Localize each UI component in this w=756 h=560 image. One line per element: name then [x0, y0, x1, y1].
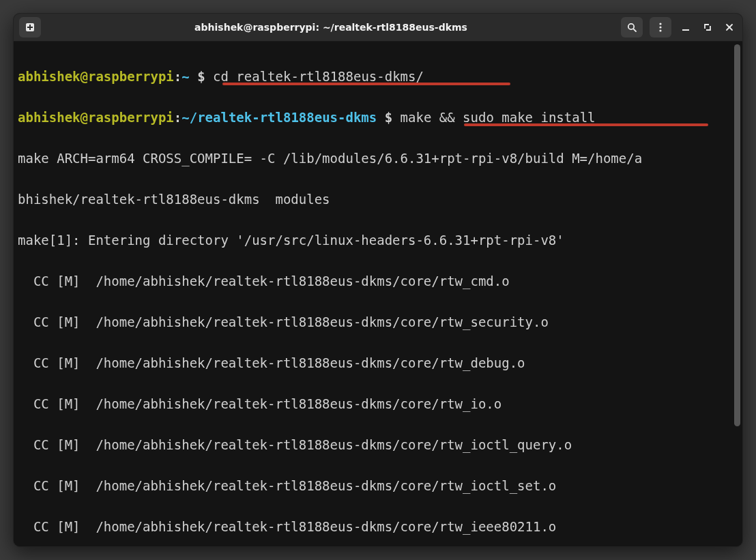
terminal-window: abhishek@raspberrypi: ~/realtek-rtl8188e… [13, 13, 743, 547]
prompt-user: abhishek [18, 69, 81, 84]
prompt-line-1: abhishek@raspberrypi:~ $ cd realtek-rtl8… [18, 66, 742, 87]
command-1: cd realtek-rtl8188eus-dkms/ [213, 69, 424, 84]
compile-line: CC [M] /home/abhishek/realtek-rtl8188eus… [18, 516, 742, 537]
output-line: bhishek/realtek-rtl8188eus-dkms modules [18, 189, 742, 209]
highlight-underline-1 [222, 83, 510, 85]
command-2: make && sudo make install [401, 110, 596, 125]
maximize-button[interactable] [700, 20, 715, 35]
prompt-host: raspberrypi [88, 69, 174, 84]
prompt-path: ~/realtek-rtl8188eus-dkms [181, 110, 377, 125]
titlebar: abhishek@raspberrypi: ~/realtek-rtl8188e… [14, 14, 742, 42]
svg-point-5 [659, 23, 661, 25]
titlebar-right [621, 17, 737, 38]
minimize-button[interactable] [678, 20, 693, 35]
output-line: make ARCH=arm64 CROSS_COMPILE= -C /lib/m… [18, 148, 742, 168]
svg-point-6 [659, 26, 661, 28]
svg-rect-2 [27, 27, 33, 28]
svg-rect-8 [682, 29, 689, 31]
prompt-line-2: abhishek@raspberrypi:~/realtek-rtl8188eu… [18, 107, 742, 128]
new-tab-button[interactable] [19, 17, 41, 38]
output-line: make[1]: Entering directory '/usr/src/li… [18, 230, 742, 250]
kebab-menu-icon [655, 22, 666, 33]
compile-line: CC [M] /home/abhishek/realtek-rtl8188eus… [18, 394, 742, 414]
svg-point-7 [659, 29, 661, 31]
menu-button[interactable] [650, 17, 671, 38]
compile-line: CC [M] /home/abhishek/realtek-rtl8188eus… [18, 475, 742, 496]
prompt-user: abhishek [18, 110, 81, 125]
maximize-icon [703, 23, 712, 32]
prompt-path: ~ [181, 69, 189, 84]
titlebar-left [19, 17, 41, 38]
search-icon [626, 22, 637, 33]
close-button[interactable] [722, 20, 737, 35]
close-icon [725, 23, 734, 32]
prompt-host: raspberrypi [88, 110, 174, 125]
compile-line: CC [M] /home/abhishek/realtek-rtl8188eus… [18, 312, 742, 332]
highlight-underline-2 [464, 123, 708, 126]
window-title: abhishek@raspberrypi: ~/realtek-rtl8188e… [46, 22, 615, 33]
terminal-content[interactable]: abhishek@raspberrypi:~ $ cd realtek-rtl8… [14, 42, 742, 546]
compile-line: CC [M] /home/abhishek/realtek-rtl8188eus… [18, 353, 742, 373]
terminal-viewport[interactable]: abhishek@raspberrypi:~ $ cd realtek-rtl8… [14, 42, 742, 546]
search-button[interactable] [621, 17, 643, 38]
minimize-icon [681, 23, 690, 32]
compile-line: CC [M] /home/abhishek/realtek-rtl8188eus… [18, 434, 742, 455]
svg-line-4 [633, 29, 636, 31]
compile-line: CC [M] /home/abhishek/realtek-rtl8188eus… [18, 271, 742, 291]
